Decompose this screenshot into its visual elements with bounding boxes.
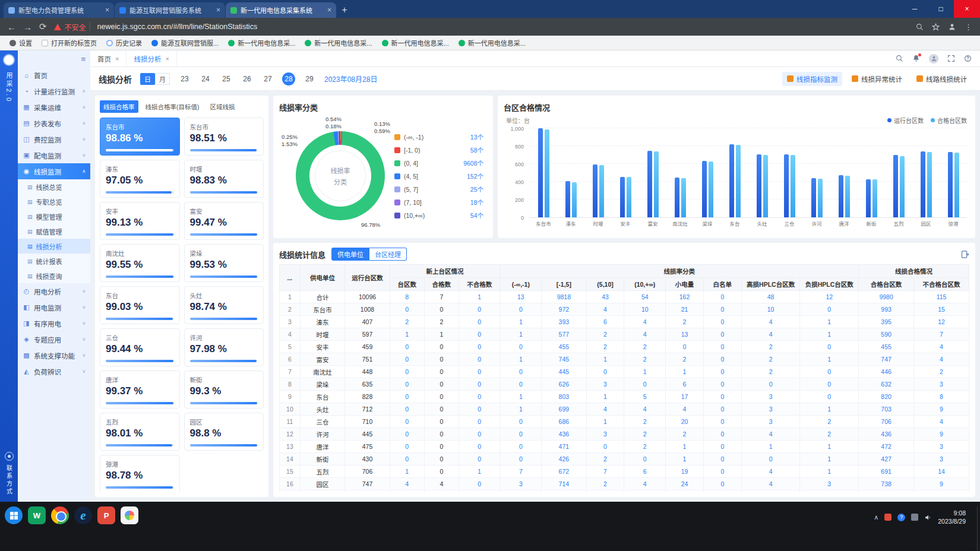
toolbar-button[interactable]: 线损指标监测	[782, 72, 842, 86]
sidebar-item[interactable]: ▣配电监测∨	[18, 147, 90, 163]
date-option[interactable]: 25	[220, 72, 233, 86]
rate-card[interactable]: 五烈98.01 %	[100, 413, 180, 451]
day-toggle[interactable]: 日	[140, 73, 155, 85]
contact-icon[interactable]	[5, 452, 14, 461]
page-tab-close-icon[interactable]: ×	[165, 55, 169, 62]
bar[interactable]	[818, 179, 823, 217]
bar[interactable]	[866, 179, 871, 217]
browser-menu-icon[interactable]: ⋮	[965, 23, 973, 31]
tray-help-icon[interactable]: ?	[897, 514, 905, 521]
rate-card[interactable]: 东台市98.51 %	[184, 118, 264, 156]
bar[interactable]	[620, 177, 625, 217]
wps-icon[interactable]: W	[28, 506, 46, 524]
bookmark-item[interactable]: 设置	[6, 37, 36, 49]
table-row[interactable]: 13唐洋47500004710210114723	[280, 441, 969, 453]
bar[interactable]	[791, 155, 795, 217]
rate-card[interactable]: 东台市98.86 %	[100, 118, 180, 156]
bar[interactable]	[538, 128, 543, 217]
ie-icon[interactable]: e	[74, 506, 92, 524]
bar[interactable]	[872, 179, 877, 217]
date-option[interactable]: 24	[199, 72, 212, 86]
close-button[interactable]: ×	[954, 0, 980, 18]
sidebar-item[interactable]: ◴用电分析∨	[18, 283, 90, 299]
zoom-icon[interactable]	[916, 23, 924, 31]
bar[interactable]	[593, 164, 598, 217]
bar[interactable]	[545, 129, 549, 217]
bar[interactable]	[763, 155, 768, 217]
table-row[interactable]: 11三仓710000068612200327064	[280, 416, 969, 428]
app-logo[interactable]	[3, 54, 15, 66]
sidebar-subitem[interactable]: ▤线损查询	[18, 268, 90, 283]
bar[interactable]	[811, 178, 816, 217]
selected-date-text[interactable]: 2023年08月28日	[324, 74, 377, 84]
table-row[interactable]: 3溱东407220139364204139512	[280, 316, 969, 328]
table-row[interactable]: 17弶港738000069854310407299	[280, 490, 969, 493]
sidebar-item[interactable]: ◔计量运行监测∨	[18, 83, 90, 99]
sidebar-item[interactable]: ◉线损监测∧	[18, 163, 90, 179]
url-text[interactable]: neweic.js.sgcc.com.cn/#/llm/line/Station…	[97, 23, 909, 31]
bookmark-item[interactable]: 能源互联网营销服...	[148, 37, 222, 49]
page-tab[interactable]: 首页×	[90, 50, 127, 66]
bookmark-item[interactable]: 新一代用电信息采...	[301, 37, 375, 49]
date-option[interactable]: 23	[178, 72, 191, 86]
paint-icon[interactable]	[121, 506, 138, 524]
minimize-button[interactable]: ─	[902, 0, 928, 18]
bell-icon[interactable]	[912, 55, 920, 62]
legend-item[interactable]: (10,+∞)54个	[394, 211, 483, 220]
bar[interactable]	[654, 151, 659, 217]
bar[interactable]	[572, 182, 577, 217]
table-row[interactable]: 14新街43000004262010014273	[280, 453, 969, 466]
toggle-supply-unit[interactable]: 供电单位	[331, 248, 369, 261]
rate-card[interactable]: 梁垛99.53 %	[184, 244, 264, 282]
browser-tab[interactable]: 新一代用电信息采集系统×	[226, 2, 336, 18]
bar[interactable]	[709, 162, 713, 217]
new-tab-button[interactable]: +	[337, 2, 352, 18]
fullscreen-icon[interactable]	[947, 55, 955, 62]
date-option[interactable]: 26	[241, 72, 254, 86]
rate-card[interactable]: 南沈灶99.55 %	[100, 244, 180, 282]
sidebar-subitem[interactable]: ▤线损分析	[18, 239, 90, 254]
bar[interactable]	[702, 161, 707, 217]
legend-item[interactable]: (0, 4]9608个	[394, 159, 483, 167]
bar[interactable]	[954, 153, 959, 217]
table-row[interactable]: 1合计100968711398184354162048129980115	[280, 291, 969, 303]
bar[interactable]	[675, 178, 679, 217]
sidebar-item[interactable]: ▤抄表发布∨	[18, 115, 90, 131]
presentation-icon[interactable]: P	[97, 506, 115, 524]
bar[interactable]	[839, 175, 843, 217]
rate-card[interactable]: 东台99.03 %	[100, 286, 180, 324]
bar[interactable]	[565, 181, 570, 217]
table-row[interactable]: 10头灶71200016994440317039	[280, 403, 969, 416]
bar[interactable]	[921, 151, 925, 217]
reload-icon[interactable]: ⟳	[39, 21, 47, 32]
bar[interactable]	[845, 176, 850, 217]
browser-tab[interactable]: 能源互联网营销服务系统×	[115, 2, 225, 18]
page-tab[interactable]: 线损分析×	[127, 50, 176, 66]
tab-pass-rate[interactable]: 线损合格率	[100, 100, 138, 113]
rate-card[interactable]: 新街99.3 %	[184, 370, 264, 408]
date-option[interactable]: 28	[282, 72, 295, 86]
toolbar-button[interactable]: 线路线损统计	[912, 72, 972, 86]
help-icon[interactable]	[964, 55, 972, 62]
page-tab-close-icon[interactable]: ×	[115, 55, 119, 62]
sidebar-item[interactable]: ◫费控监测∨	[18, 131, 90, 147]
export-icon[interactable]	[960, 250, 969, 259]
table-row[interactable]: 2东台市1008000097241021010099315	[280, 303, 969, 316]
sidebar-subitem[interactable]: ▤统计报表	[18, 254, 90, 268]
tray-expand-icon[interactable]: ∧	[874, 514, 878, 521]
legend-item[interactable]: (7, 10]18个	[394, 198, 483, 207]
date-option[interactable]: 29	[303, 72, 316, 86]
start-button[interactable]	[5, 506, 23, 524]
table-row[interactable]: 12许河44500004363220424369	[280, 428, 969, 441]
bar[interactable]	[729, 144, 734, 217]
bar[interactable]	[893, 155, 898, 217]
table-row[interactable]: 16园区747440371424240437389	[280, 478, 969, 490]
toolbar-button[interactable]: 线损异常统计	[847, 72, 907, 86]
tab-pass-rate-target[interactable]: 线损合格率(目标值)	[142, 100, 203, 113]
rate-card[interactable]: 富安99.47 %	[184, 202, 264, 240]
volume-icon[interactable]	[924, 514, 932, 521]
rate-card[interactable]: 头灶98.74 %	[184, 286, 264, 324]
bar[interactable]	[757, 154, 761, 217]
table-row[interactable]: 4时堰597110157724130415907	[280, 328, 969, 341]
show-desktop-button[interactable]	[977, 506, 980, 551]
